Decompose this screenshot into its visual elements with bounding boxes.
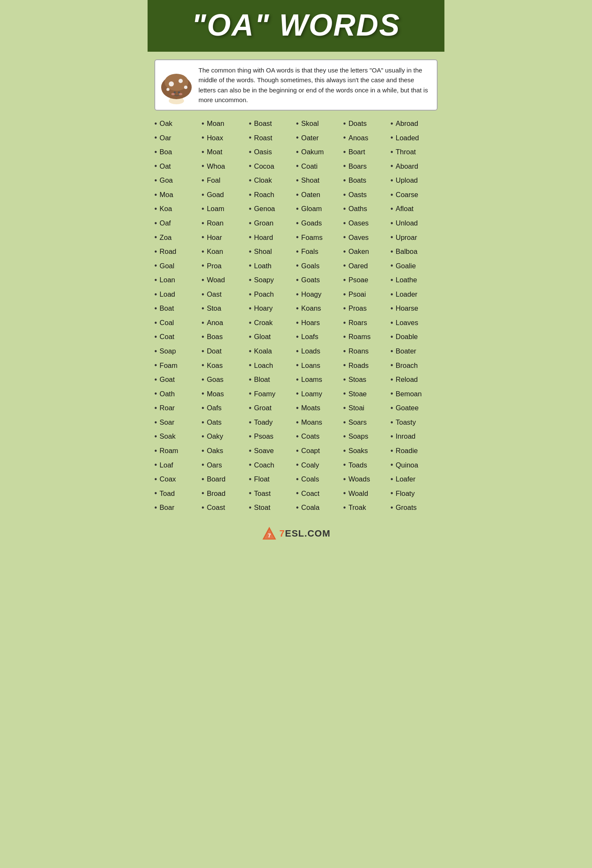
bullet-icon: •: [249, 205, 251, 213]
bullet-icon: •: [249, 476, 251, 483]
list-item: •Loamy: [296, 387, 343, 401]
word-label: Groats: [396, 502, 417, 513]
list-item: •Goatee: [391, 401, 438, 415]
bullet-icon: •: [296, 162, 299, 170]
bullet-icon: •: [391, 390, 393, 398]
list-item: •Cocoa: [249, 159, 296, 174]
bullet-icon: •: [296, 191, 299, 199]
bullet-icon: •: [201, 333, 204, 341]
bullet-icon: •: [343, 476, 346, 483]
word-label: Skoal: [301, 118, 318, 129]
list-item: •Oakum: [296, 145, 343, 159]
word-label: Coach: [254, 460, 274, 471]
bullet-icon: •: [154, 220, 157, 227]
word-label: Road: [159, 246, 176, 257]
bullet-icon: •: [343, 348, 346, 355]
list-item: •Goat: [154, 373, 201, 387]
bullet-icon: •: [343, 362, 346, 369]
word-label: Oater: [301, 133, 318, 144]
list-item: •Hoars: [296, 316, 343, 330]
list-item: •Proas: [343, 301, 390, 316]
list-item: •Roadie: [391, 444, 438, 458]
list-item: •Loaded: [391, 131, 438, 145]
bullet-icon: •: [201, 447, 204, 455]
list-item: •Goal: [154, 259, 201, 273]
word-label: Stoa: [207, 303, 221, 314]
list-item: •Foamy: [249, 387, 296, 401]
list-item: •Proa: [201, 259, 249, 273]
word-label: Balboa: [396, 246, 417, 257]
bullet-icon: •: [296, 504, 299, 512]
list-item: •Koas: [201, 359, 249, 373]
bullet-icon: •: [296, 148, 299, 156]
bullet-icon: •: [296, 390, 299, 398]
word-label: Roams: [349, 331, 371, 342]
list-item: •Roast: [249, 131, 296, 145]
list-item: •Throat: [391, 145, 438, 159]
list-item: •Oaves: [343, 231, 390, 245]
bullet-icon: •: [249, 461, 251, 469]
word-label: Soap: [159, 346, 176, 357]
word-label: Upload: [396, 175, 418, 186]
bullet-icon: •: [391, 305, 393, 312]
word-label: Zoa: [159, 232, 171, 243]
list-item: •Coati: [296, 159, 343, 174]
list-item: •Loan: [154, 273, 201, 287]
bullet-icon: •: [343, 461, 346, 469]
word-label: Oases: [349, 218, 369, 229]
bullet-icon: •: [343, 490, 346, 497]
word-label: Soapy: [254, 275, 274, 286]
word-label: Boart: [349, 147, 365, 158]
bullet-icon: •: [201, 220, 204, 227]
bullet-icon: •: [391, 262, 393, 270]
bullet-icon: •: [201, 120, 204, 128]
list-item: •Roams: [343, 330, 390, 344]
word-label: Foals: [301, 246, 318, 257]
bullet-icon: •: [296, 447, 299, 455]
list-item: •Goa: [154, 173, 201, 188]
bullet-icon: •: [154, 362, 157, 369]
bullet-icon: •: [296, 120, 299, 128]
word-label: Gloat: [254, 331, 271, 342]
list-item: •Doat: [201, 344, 249, 359]
list-item: •Moa: [154, 188, 201, 202]
list-item: •Oaten: [296, 188, 343, 202]
list-item: •Toasty: [391, 415, 438, 430]
bullet-icon: •: [154, 433, 157, 440]
word-label: Oath: [159, 389, 175, 400]
bullet-icon: •: [296, 205, 299, 213]
list-item: •Hoax: [201, 131, 249, 145]
list-item: •Hoagy: [296, 287, 343, 302]
word-label: Genoa: [254, 203, 275, 214]
word-label: Roam: [159, 445, 178, 456]
list-item: •Cloak: [249, 173, 296, 188]
list-item: •Boast: [249, 117, 296, 131]
bullet-icon: •: [391, 134, 393, 142]
bullet-icon: •: [343, 262, 346, 270]
bullet-icon: •: [296, 291, 299, 298]
bullet-icon: •: [201, 234, 204, 241]
list-item: •Loans: [296, 359, 343, 373]
svg-point-5: [179, 79, 183, 83]
word-label: Coal: [159, 317, 174, 328]
list-item: •Oar: [154, 131, 201, 145]
list-item: •Oaken: [343, 245, 390, 259]
bullet-icon: •: [249, 177, 251, 184]
bullet-icon: •: [296, 333, 299, 341]
word-label: Psoai: [349, 289, 366, 300]
bullet-icon: •: [391, 319, 393, 327]
list-item: •Soars: [343, 415, 390, 430]
list-item: •Roads: [343, 359, 390, 373]
bullet-icon: •: [343, 433, 346, 440]
list-item: •Bloat: [249, 373, 296, 387]
bullet-icon: •: [249, 276, 251, 284]
bullet-icon: •: [249, 376, 251, 384]
list-item: •Koan: [201, 245, 249, 259]
bullet-icon: •: [154, 319, 157, 327]
list-item: •Moan: [201, 117, 249, 131]
list-item: •Coala: [296, 501, 343, 515]
list-item: •Road: [154, 245, 201, 259]
word-label: Oaths: [349, 203, 367, 214]
word-label: Goads: [301, 218, 322, 229]
word-label: Coals: [301, 474, 319, 485]
